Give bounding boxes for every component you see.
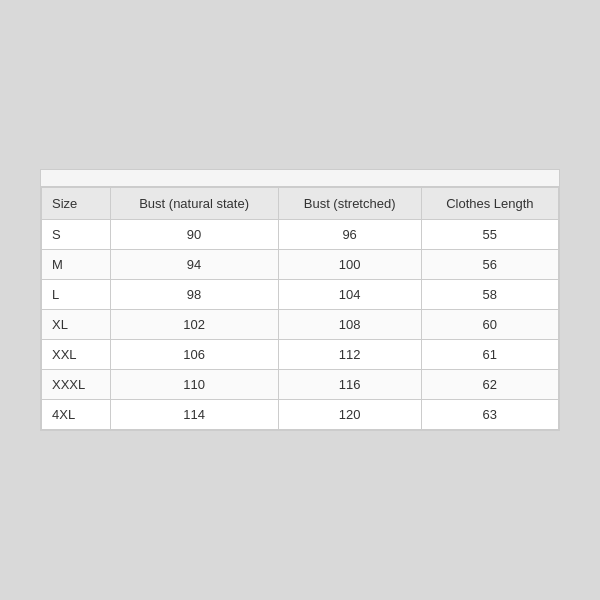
value-cell: 94 (110, 250, 278, 280)
value-cell: 104 (278, 280, 421, 310)
value-cell: 106 (110, 340, 278, 370)
size-chart-title (41, 170, 559, 187)
table-row: XXXL11011662 (42, 370, 559, 400)
col-header-bust-stretched: Bust (stretched) (278, 188, 421, 220)
value-cell: 98 (110, 280, 278, 310)
table-row: 4XL11412063 (42, 400, 559, 430)
size-cell: M (42, 250, 111, 280)
value-cell: 58 (421, 280, 558, 310)
size-cell: XL (42, 310, 111, 340)
size-chart-container: Size Bust (natural state) Bust (stretche… (40, 169, 560, 431)
value-cell: 110 (110, 370, 278, 400)
table-row: L9810458 (42, 280, 559, 310)
size-cell: 4XL (42, 400, 111, 430)
value-cell: 62 (421, 370, 558, 400)
value-cell: 100 (278, 250, 421, 280)
value-cell: 63 (421, 400, 558, 430)
value-cell: 90 (110, 220, 278, 250)
table-row: XL10210860 (42, 310, 559, 340)
col-header-size: Size (42, 188, 111, 220)
table-header-row: Size Bust (natural state) Bust (stretche… (42, 188, 559, 220)
col-header-bust-natural: Bust (natural state) (110, 188, 278, 220)
value-cell: 96 (278, 220, 421, 250)
size-cell: XXL (42, 340, 111, 370)
value-cell: 102 (110, 310, 278, 340)
size-cell: L (42, 280, 111, 310)
value-cell: 56 (421, 250, 558, 280)
value-cell: 60 (421, 310, 558, 340)
size-chart-table: Size Bust (natural state) Bust (stretche… (41, 187, 559, 430)
value-cell: 61 (421, 340, 558, 370)
table-row: M9410056 (42, 250, 559, 280)
size-cell: S (42, 220, 111, 250)
size-cell: XXXL (42, 370, 111, 400)
value-cell: 112 (278, 340, 421, 370)
table-row: XXL10611261 (42, 340, 559, 370)
col-header-length: Clothes Length (421, 188, 558, 220)
value-cell: 116 (278, 370, 421, 400)
value-cell: 55 (421, 220, 558, 250)
table-row: S909655 (42, 220, 559, 250)
value-cell: 114 (110, 400, 278, 430)
value-cell: 120 (278, 400, 421, 430)
value-cell: 108 (278, 310, 421, 340)
